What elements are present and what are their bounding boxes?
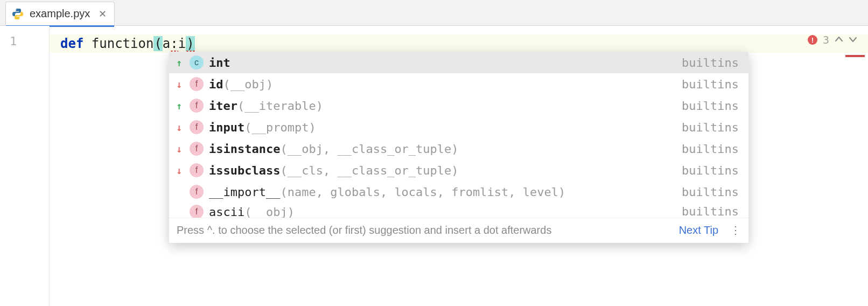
python-file-icon xyxy=(11,8,24,20)
completion-source: builtins xyxy=(682,121,739,134)
completion-source: builtins xyxy=(682,142,739,156)
completion-item[interactable]: f ascii(__obj) builtins xyxy=(169,203,748,218)
completion-item[interactable]: ↓ f isinstance(__obj, __class_or_tuple) … xyxy=(169,138,748,159)
next-highlight-icon[interactable] xyxy=(849,34,857,46)
kind-function-icon: f xyxy=(190,77,204,91)
function-name: function xyxy=(92,36,154,51)
tab-filename: example.pyx xyxy=(30,8,90,20)
completion-item[interactable]: ↑ c int builtins xyxy=(169,52,748,73)
completion-item[interactable]: ↓ f id(__obj) builtins xyxy=(169,73,748,95)
open-paren-highlight: ( xyxy=(153,36,162,51)
inspection-widget[interactable]: ! 3 xyxy=(808,33,857,46)
kind-function-icon: f xyxy=(190,142,204,156)
next-tip-link[interactable]: Next Tip xyxy=(679,224,718,237)
rank-down-icon: ↓ xyxy=(174,79,184,90)
completion-source: builtins xyxy=(682,78,739,91)
colon-error: : xyxy=(170,36,178,51)
kind-class-icon: c xyxy=(190,55,204,69)
completion-item[interactable]: f __import__(name, globals, locals, from… xyxy=(169,181,748,203)
typed-char: i xyxy=(178,36,186,51)
kind-function-icon: f xyxy=(190,163,204,177)
kind-function-icon: f xyxy=(190,205,204,218)
completion-item[interactable]: ↓ f input(__prompt) builtins xyxy=(169,116,748,138)
kind-function-icon: f xyxy=(190,120,204,134)
param-a: a xyxy=(163,36,170,51)
error-stripe-marker[interactable] xyxy=(845,55,865,57)
completion-source: builtins xyxy=(682,185,739,199)
keyword-def: def xyxy=(60,36,83,51)
svg-point-1 xyxy=(19,17,20,18)
rank-down-icon: ↓ xyxy=(174,165,184,176)
completion-source: builtins xyxy=(682,205,739,218)
prev-highlight-icon[interactable] xyxy=(835,34,843,46)
rank-up-icon: ↑ xyxy=(174,57,184,68)
close-tab-icon[interactable]: ✕ xyxy=(99,8,107,20)
completion-item[interactable]: ↑ f iter(__iterable) builtins xyxy=(169,95,748,116)
editor-tabbar: example.pyx ✕ xyxy=(0,0,868,26)
line-number: 1 xyxy=(10,34,49,53)
completion-source: builtins xyxy=(682,99,739,113)
code-line-1[interactable]: def function ( a : i ) xyxy=(50,34,868,53)
rank-up-icon: ↑ xyxy=(174,100,184,112)
file-tab[interactable]: example.pyx ✕ xyxy=(5,2,115,25)
kind-function-icon: f xyxy=(190,99,204,113)
completion-popup: ↑ c int builtins ↓ f id(__obj) builtins … xyxy=(169,52,748,243)
kind-function-icon: f xyxy=(190,185,204,199)
completion-hint: Press ^. to choose the selected (or firs… xyxy=(177,224,551,237)
completion-footer: Press ^. to choose the selected (or firs… xyxy=(169,218,748,243)
close-paren-highlight: ) xyxy=(186,36,194,51)
svg-point-0 xyxy=(16,9,17,10)
rank-down-icon: ↓ xyxy=(174,122,184,133)
line-gutter: 1 xyxy=(0,26,50,306)
rank-down-icon: ↓ xyxy=(174,143,184,155)
error-indicator-icon: ! xyxy=(808,35,817,45)
completion-item[interactable]: ↓ f issubclass(__cls, __class_or_tuple) … xyxy=(169,159,748,181)
error-count: 3 xyxy=(823,33,829,46)
completion-source: builtins xyxy=(682,56,739,69)
more-options-icon[interactable]: ⋮ xyxy=(730,224,741,237)
completion-source: builtins xyxy=(682,164,739,177)
